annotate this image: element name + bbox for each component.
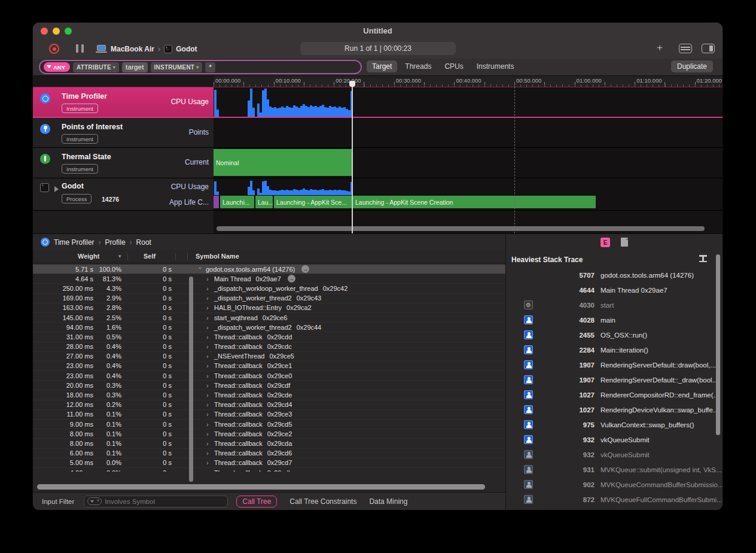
chevron-collapsed-icon[interactable]: › [206, 411, 211, 418]
track-header-thermal-state[interactable]: Thermal State Instrument Current [33, 148, 214, 178]
tab-target[interactable]: Target [367, 60, 397, 72]
playhead-handle[interactable] [349, 81, 355, 87]
stack-trace-entry[interactable]: 975VulkanContext::swap_buffers() [506, 417, 723, 432]
godot-lane[interactable]: Launchi...Lau...Launching - AppKit Sce..… [214, 178, 723, 211]
filter-wildcard-token[interactable]: * [205, 62, 215, 72]
chevron-collapsed-icon[interactable]: › [206, 469, 211, 472]
chevron-collapsed-icon[interactable]: › [206, 362, 211, 369]
call-tree-row[interactable]: 5.71 s100.0%0 s›godot.osx.tools.arm64 (1… [33, 265, 505, 274]
call-tree-constraints-button[interactable]: Call Tree Constraints [289, 497, 356, 506]
stack-trace-entry[interactable]: 1027RenderingDeviceVulkan::swap_buffe... [506, 402, 723, 417]
chevron-collapsed-icon[interactable]: › [206, 314, 211, 321]
filter-attribute-token[interactable]: ATTRIBUTE▾ [73, 62, 119, 72]
chevron-collapsed-icon[interactable]: › [206, 459, 211, 466]
call-tree-row[interactable]: 27.00 ms0.4%0 s›_NSEventThread0x29ce5 [33, 352, 505, 361]
chevron-collapsed-icon[interactable]: › [206, 372, 211, 379]
thermal-lane[interactable]: Nominal [214, 148, 723, 178]
lifecycle-bar[interactable]: Lau... [255, 196, 273, 208]
chevron-collapsed-icon[interactable]: › [206, 421, 211, 428]
focus-arrow-icon[interactable]: → [301, 265, 309, 273]
track-header-godot[interactable]: Godot Process 14276 CPU Usage App Life C… [33, 178, 214, 211]
stack-trace-entry[interactable]: ⚙4030start [506, 297, 723, 312]
call-tree-row[interactable]: 23.00 ms0.4%0 s›Thread::callback0x29ce1 [33, 361, 505, 371]
playhead-line[interactable] [352, 87, 353, 233]
lifecycle-bar[interactable]: Launching - AppKit Sce... [274, 196, 352, 208]
call-tree-row[interactable]: 6.00 ms0.1%0 s›Thread::callback0x29cd6 [33, 449, 505, 458]
breadcrumb-profile[interactable]: Profile [105, 238, 126, 247]
track-view-button[interactable] [679, 44, 692, 53]
chevron-collapsed-icon[interactable]: › [206, 430, 211, 437]
call-tree-hscrollbar[interactable] [37, 484, 485, 490]
focus-arrow-icon[interactable]: → [288, 275, 295, 282]
stack-trace-entry[interactable]: 872MVKQueueFullCommandBufferSubmi... [506, 492, 723, 507]
stack-trace-entry[interactable]: 4644Main Thread 0x29ae7 [506, 282, 723, 297]
call-tree-row[interactable]: 8.00 ms0.1%0 s›Thread::callback0x29cda [33, 439, 505, 448]
track-godot-process[interactable]: Godot Process 14276 CPU Usage App Life C… [33, 178, 723, 211]
chevron-collapsed-icon[interactable]: › [206, 304, 211, 311]
symbol-filter-input[interactable] [102, 498, 227, 505]
call-tree-row[interactable]: 12.00 ms0.2%0 s›Thread::callback0x29cd4 [33, 400, 505, 410]
breadcrumb-instrument[interactable]: Time Profiler [54, 238, 94, 247]
lifecycle-bar[interactable] [214, 196, 219, 208]
call-tree-row[interactable]: 163.00 ms2.8%0 s›HALB_IOThread::Entry0x2… [33, 303, 505, 313]
stack-trace-entry[interactable]: 5707godot.osx.tools.arm64 (14276) [506, 268, 723, 282]
call-tree-row[interactable]: 4.00 ms0.0%0 s›Thread::callback0x29cdb [33, 468, 505, 472]
call-tree-row[interactable]: 250.00 ms4.3%0 s›_dispatch_workloop_work… [33, 284, 505, 293]
stack-trace-entry[interactable]: 1907RenderingServerDefault::_draw(bool..… [506, 372, 723, 387]
lifecycle-bar[interactable]: Launchi... [220, 196, 254, 208]
call-tree-row[interactable]: 18.00 ms0.3%0 s›Thread::callback0x29cde [33, 390, 505, 400]
chevron-collapsed-icon[interactable]: › [206, 391, 211, 399]
call-tree-row[interactable]: 145.00 ms2.5%0 s›start_wqthread0x29ce6 [33, 313, 505, 323]
call-tree-row[interactable]: 9.00 ms0.1%0 s›Thread::callback0x29cd5 [33, 420, 505, 429]
chevron-collapsed-icon[interactable]: › [206, 333, 211, 341]
disclosure-triangle-icon[interactable] [54, 186, 59, 192]
call-tree-vscrollbar[interactable] [189, 276, 193, 482]
chevron-expanded-icon[interactable]: › [197, 267, 204, 272]
symbol-filter-field[interactable] [84, 496, 228, 508]
chevron-collapsed-icon[interactable]: › [206, 275, 211, 282]
call-tree-row[interactable]: 20.00 ms0.3%0 s›Thread::callback0x29cdf [33, 381, 505, 390]
filter-target-token[interactable]: target [122, 62, 148, 72]
chevron-collapsed-icon[interactable]: › [206, 401, 211, 408]
track-time-profiler[interactable]: Time Profiler Instrument CPU Usage [33, 87, 723, 118]
record-button[interactable] [49, 44, 59, 54]
stack-trace-entry[interactable]: 2455OS_OSX::run() [506, 327, 723, 342]
collapse-stack-icon[interactable] [699, 255, 707, 262]
breadcrumb-root[interactable]: Root [136, 238, 151, 247]
track-header-points-of-interest[interactable]: Points of Interest Instrument Points [33, 118, 214, 148]
call-tree-row[interactable]: 4.64 s81.3%0 s›Main Thread0x29ae7→ [33, 274, 505, 284]
timeline-hscrollbar[interactable] [217, 226, 705, 231]
call-tree-button[interactable]: Call Tree [236, 496, 277, 508]
chevron-collapsed-icon[interactable]: › [206, 343, 211, 350]
chevron-collapsed-icon[interactable]: › [206, 353, 211, 360]
stack-trace-scrollbar[interactable] [716, 254, 720, 435]
description-tab-icon[interactable] [621, 238, 628, 247]
track-thermal-state[interactable]: Thermal State Instrument Current Nominal [33, 148, 723, 178]
call-tree-row[interactable]: 8.00 ms0.1%0 s›Thread::callback0x29ce2 [33, 429, 505, 439]
data-mining-button[interactable]: Data Mining [369, 497, 407, 506]
points-lane[interactable] [214, 118, 723, 148]
column-weight[interactable]: Weight [78, 253, 99, 260]
stack-trace-entry[interactable]: 932vkQueueSubmit [506, 432, 723, 447]
call-tree-row[interactable]: 5.00 ms0.0%0 s›Thread::callback0x29cd7 [33, 458, 505, 468]
stack-trace-entry[interactable]: 2284Main::iteration() [506, 342, 723, 357]
duplicate-button[interactable]: Duplicate [671, 60, 713, 72]
column-symbol-name[interactable]: Symbol Name [196, 253, 239, 260]
pause-button[interactable] [76, 44, 84, 53]
add-instrument-button[interactable]: + [657, 42, 663, 54]
column-self[interactable]: Self [144, 253, 156, 260]
call-tree-row[interactable]: 169.00 ms2.9%0 s›_dispatch_worker_thread… [33, 294, 505, 303]
stack-trace-entry[interactable]: 1907RenderingServerDefault::draw(bool,..… [506, 357, 723, 372]
thermal-nominal-block[interactable]: Nominal [214, 149, 353, 176]
call-tree-row[interactable]: 31.00 ms0.5%0 s›Thread::callback0x29cdd [33, 332, 505, 342]
call-tree-row[interactable]: 23.00 ms0.4%0 s›Thread::callback0x29ce0 [33, 371, 505, 381]
call-tree-row[interactable]: 94.00 ms1.6%0 s›_dispatch_worker_thread2… [33, 323, 505, 332]
lifecycle-bar[interactable]: Launching - AppKit Scene Creation [353, 196, 596, 208]
chevron-collapsed-icon[interactable]: › [206, 324, 211, 331]
stack-trace-entry[interactable]: 932vkQueueSubmit [506, 447, 723, 462]
chevron-collapsed-icon[interactable]: › [206, 382, 211, 389]
tab-instruments[interactable]: Instruments [471, 60, 520, 72]
stack-trace-entry[interactable]: 902MVKQueueCommandBufferSubmissio... [506, 477, 723, 492]
extended-detail-tab-icon[interactable]: E [600, 238, 610, 247]
inspector-toggle-button[interactable] [702, 44, 715, 53]
